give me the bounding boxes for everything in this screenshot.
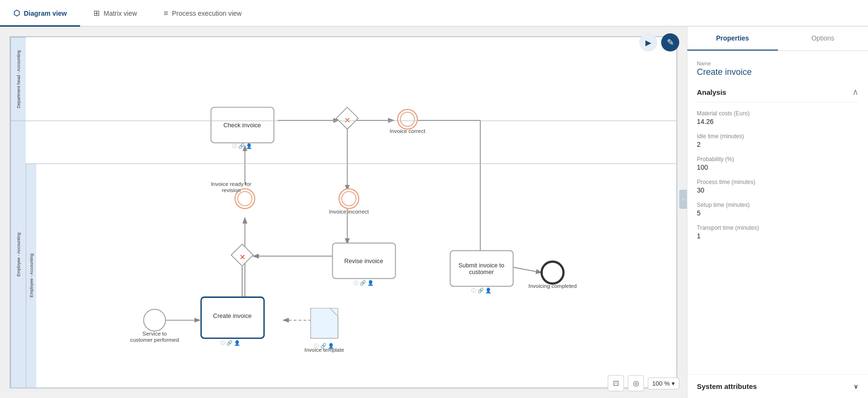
canvas-toolbar: ▶ ✎: [639, 33, 679, 51]
material-costs-row: Material costs (Euro) 14.26: [697, 110, 858, 125]
template-icons: ⓘ 🔗 👤: [314, 343, 334, 349]
canvas-area: ▶ ✎ Department head - Accounting Employe…: [0, 27, 687, 398]
probability-value: 100: [697, 163, 858, 171]
material-costs-value: 14.26: [697, 118, 858, 125]
probability-row: Probability (%) 100: [697, 156, 858, 171]
play-button[interactable]: ▶: [639, 33, 657, 51]
top-navigation: ⬡ Diagram view ⊞ Matrix view ≡ Process e…: [0, 0, 868, 27]
check-invoice-icons: ⓘ 🔗 👤: [232, 143, 252, 149]
probability-label: Probability (%): [697, 156, 858, 163]
start-label2: customer performed: [130, 337, 179, 343]
diagram-container: Department head - Accounting Employee - …: [10, 36, 677, 388]
center-button[interactable]: ◎: [628, 375, 644, 391]
analysis-section-header: Analysis ∧: [697, 87, 858, 102]
transport-time-row: Transport time (minutes) 1: [697, 225, 858, 240]
tab-matrix-label: Matrix view: [103, 10, 137, 17]
check-invoice-label: Check invoice: [224, 122, 261, 129]
tab-diagram[interactable]: ⬡ Diagram view: [0, 1, 80, 27]
start-event[interactable]: [143, 309, 165, 331]
execution-icon: ≡: [163, 9, 168, 18]
zoom-control[interactable]: 100 % ▾: [648, 378, 679, 389]
zoom-chevron: ▾: [672, 380, 675, 387]
tab-matrix[interactable]: ⊞ Matrix view: [80, 1, 150, 27]
name-label: Name: [697, 61, 858, 66]
material-costs-label: Material costs (Euro): [697, 110, 858, 117]
submit-invoice-label1: Submit invoice to: [459, 262, 504, 269]
bottom-toolbar: ⊡ ◎ 100 % ▾: [608, 375, 679, 391]
invoice-ready-label1: Invoice ready for: [211, 181, 252, 187]
panel-collapse-handle[interactable]: ›: [679, 190, 687, 209]
matrix-icon: ⊞: [93, 9, 100, 18]
edit-button[interactable]: ✎: [661, 33, 679, 51]
tab-execution[interactable]: ≡ Process execution view: [150, 1, 255, 27]
end-label: Invoicing completed: [529, 283, 577, 289]
invoice-incorrect-label: Invoice incorrect: [329, 209, 369, 214]
transport-time-label: Transport time (minutes): [697, 225, 858, 231]
tab-options[interactable]: Options: [778, 27, 868, 51]
start-label: Service to: [143, 331, 167, 337]
tab-execution-label: Process execution view: [172, 10, 242, 17]
analysis-content: Material costs (Euro) 14.26 Idle time (m…: [697, 110, 858, 240]
prop-name-section: Name Create invoice: [697, 61, 858, 77]
main-layout: ▶ ✎ Department head - Accounting Employe…: [0, 27, 868, 398]
invoice-template-doc[interactable]: [311, 308, 338, 338]
bpmn-diagram: Service to customer performed Create inv…: [10, 37, 676, 388]
idle-time-value: 2: [697, 141, 858, 148]
end-event[interactable]: [541, 262, 563, 284]
lane-label-dept: Department head - Accounting: [10, 37, 26, 121]
setup-time-label: Setup time (minutes): [697, 202, 858, 208]
idle-time-row: Idle time (minutes) 2: [697, 133, 858, 148]
zoom-level: 100 %: [652, 380, 670, 387]
panel-body: Name Create invoice Analysis ∧ Material …: [687, 51, 868, 374]
revise-invoice-label: Revise invoice: [344, 258, 383, 265]
tab-diagram-label: Diagram view: [24, 10, 67, 17]
setup-time-value: 5: [697, 209, 858, 217]
create-invoice-label: Create invoice: [213, 313, 252, 319]
tab-properties[interactable]: Properties: [687, 27, 778, 51]
process-time-row: Process time (minutes) 30: [697, 179, 858, 194]
panel-tabs: Properties Options: [687, 27, 868, 51]
diagram-icon: ⬡: [13, 9, 20, 18]
invoice-ready-label2: revision: [222, 187, 241, 193]
process-time-label: Process time (minutes): [697, 179, 858, 185]
system-attributes-chevron[interactable]: ∨: [854, 383, 858, 390]
transport-time-value: 1: [697, 232, 858, 240]
idle-time-label: Idle time (minutes): [697, 133, 858, 140]
invoice-correct-label: Invoice correct: [390, 128, 426, 134]
analysis-title: Analysis: [697, 88, 726, 96]
lane-label-emp1: Employee - Accounting: [10, 121, 26, 388]
submit-invoice-label2: customer: [469, 269, 494, 276]
revise-invoice-icons: ⓘ 🔗 👤: [354, 280, 374, 286]
submit-invoice-icons: ⓘ 🔗 👤: [471, 287, 491, 294]
setup-time-row: Setup time (minutes) 5: [697, 202, 858, 217]
name-value: Create invoice: [697, 67, 858, 77]
right-panel: Properties Options Name Create invoice A…: [687, 27, 868, 398]
analysis-toggle[interactable]: ∧: [852, 87, 858, 97]
flow-correct-submit: [415, 121, 480, 256]
system-attributes-section[interactable]: System attributes ∨: [687, 374, 868, 398]
gateway1-x: ✕: [344, 116, 350, 124]
create-invoice-icons: ⓘ 🔗 👤: [220, 340, 240, 346]
process-time-value: 30: [697, 186, 858, 194]
gateway2-x: ✕: [239, 253, 245, 261]
fit-screen-button[interactable]: ⊡: [608, 375, 624, 391]
system-attributes-title: System attributes: [697, 382, 757, 390]
